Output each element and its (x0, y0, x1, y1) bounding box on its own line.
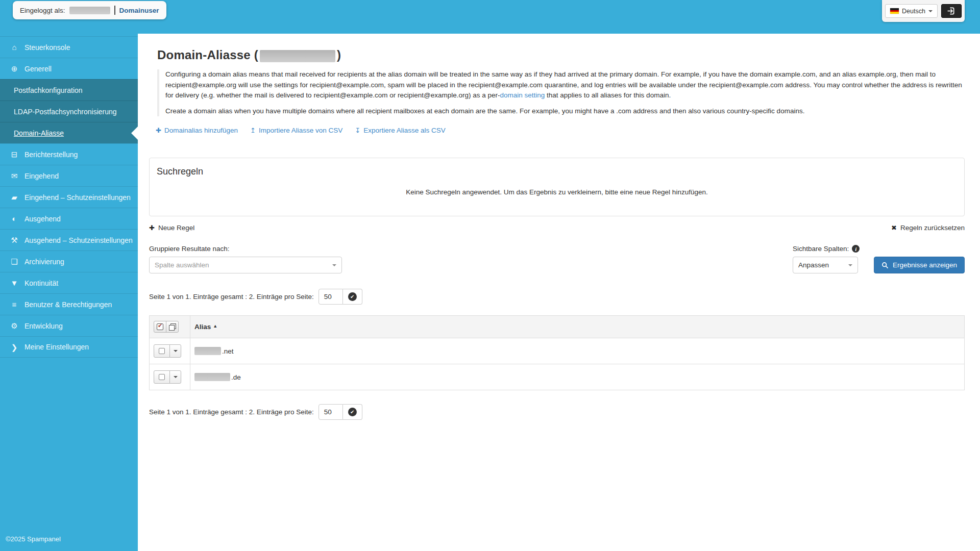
filter-icon: ▼ (9, 279, 19, 287)
sidebar-item-domain-aliasse[interactable]: Domain-Aliasse (0, 122, 138, 143)
customize-columns-select[interactable]: Anpassen (793, 257, 858, 273)
sidebar-item-label: Ausgehend – Schutzeinstellungen (24, 236, 133, 244)
new-rule-button[interactable]: ✚Neue Regel (149, 224, 194, 232)
sidebar-item-berichterstellung[interactable]: ⊟Berichterstellung (0, 143, 138, 165)
sidebar-item-label: Steuerkonsole (24, 43, 70, 52)
sidebar-item-kontinuit-t[interactable]: ▼Kontinuität (0, 272, 138, 293)
sidebar-item-ausgehend[interactable]: ◐Ausgehend (0, 208, 138, 229)
caret-down-icon (848, 264, 852, 266)
sidebar-item-label: Archivierung (24, 258, 64, 266)
copy-selection-icon (169, 323, 176, 331)
sidebar-item-eingehend[interactable]: ✉Eingehend (0, 165, 138, 186)
table-row: .net (150, 338, 965, 364)
row-checkbox-button[interactable] (154, 370, 170, 384)
language-selector[interactable]: Deutsch (885, 4, 938, 18)
sidebar-item-meine-einstellungen[interactable]: ❯Meine Einstellungen (0, 336, 138, 358)
apply-page-size-button[interactable] (343, 289, 362, 305)
folder-open-icon: ▰ (9, 193, 19, 201)
gear-icon: ⚙ (9, 322, 19, 330)
masked-alias (194, 373, 230, 381)
wrench-icon: ⚒ (9, 236, 19, 244)
logged-in-label: Eingeloggt als: (20, 7, 65, 14)
deselect-all-button[interactable] (166, 321, 179, 333)
importiere-aliasse-von-csv-link[interactable]: ↥Importiere Aliasse von CSV (250, 127, 342, 134)
show-results-button[interactable]: Ergebnisse anzeigen (874, 257, 965, 273)
sidebar-item-label: Eingehend (24, 172, 59, 180)
column-header-alias[interactable]: Alias▲ (190, 316, 965, 338)
page-title-suffix: ) (337, 48, 341, 62)
topbar-right: Deutsch (882, 0, 965, 22)
info-icon[interactable]: i (852, 245, 860, 253)
envelope-icon: ✉ (9, 172, 19, 180)
divider (114, 6, 115, 15)
select-all-button[interactable] (154, 321, 166, 333)
page-size-input[interactable] (318, 404, 343, 420)
pagination-text: Seite 1 von 1. Einträge gesamt : 2. Eint… (149, 408, 314, 416)
exportiere-aliasse-als-csv-link[interactable]: ↧Exportiere Aliasse als CSV (355, 127, 445, 134)
apply-page-size-button[interactable] (343, 404, 362, 420)
inbox-icon: ⊟ (9, 151, 19, 158)
reset-rules-button[interactable]: ✖Regeln zurücksetzen (891, 224, 965, 232)
caret-down-icon (174, 376, 178, 378)
sidebar-item-label: Generell (24, 65, 52, 73)
list-icon: ≡ (9, 300, 19, 308)
check-circle-icon (348, 408, 357, 416)
intro-paragraph-1: Configuring a domain alias means that ma… (165, 69, 965, 101)
plus-icon: ✚ (149, 224, 155, 231)
select-all-icon (157, 323, 163, 330)
chevron-right-icon: ❯ (9, 343, 19, 351)
domainalias-hinzuf-gen-link[interactable]: ✚Domainalias hinzufügen (156, 127, 238, 134)
visible-columns-control: Sichtbare Spalten: i Anpassen Ergebnisse… (793, 245, 965, 273)
logout-button[interactable] (941, 4, 962, 18)
sidebar-item-benutzer-berechtigungen[interactable]: ≡Benutzer & Berechtigungen (0, 293, 138, 315)
sidebar: ⌂Steuerkonsole⊕GenerellPostfachkonfigura… (0, 34, 138, 551)
sidebar-item-label: Domain-Aliasse (14, 129, 64, 137)
panel-title: Suchregeln (150, 158, 964, 177)
intro-text: Configuring a domain alias means that ma… (157, 69, 965, 116)
plus-icon: ✚ (156, 127, 161, 134)
pagination-text: Seite 1 von 1. Einträge gesamt : 2. Eint… (149, 293, 314, 300)
download-icon: ↧ (355, 127, 360, 134)
masked-alias (194, 347, 221, 355)
logout-icon (947, 7, 955, 15)
search-rules-panel: Suchregeln Keine Suchregeln angewendet. … (149, 158, 965, 216)
sidebar-item-label: Postfachkonfiguration (14, 86, 83, 94)
sidebar-item-label: LDAP-Postfachsynchronisierung (14, 108, 117, 116)
sidebar-item-ldap-postfachsynchronisierung[interactable]: LDAP-Postfachsynchronisierung (0, 101, 138, 122)
sidebar-item-generell[interactable]: ⊕Generell (0, 58, 138, 79)
sidebar-item-label: Meine Einstellungen (24, 343, 89, 351)
row-checkbox-button[interactable] (154, 344, 170, 358)
alias-table: Alias▲ .net.de (149, 315, 965, 390)
check-circle-icon (348, 292, 357, 301)
sidebar-item-eingehend-schutzeinstellungen[interactable]: ▰Eingehend – Schutzeinstellungen (0, 186, 138, 208)
active-item-marker (131, 127, 138, 140)
sidebar-item-ausgehend-schutzeinstellungen[interactable]: ⚒Ausgehend – Schutzeinstellungen (0, 229, 138, 251)
checkbox-icon (159, 374, 165, 380)
pagination-top: Seite 1 von 1. Einträge gesamt : 2. Eint… (149, 289, 965, 305)
sidebar-item-postfachkonfiguration[interactable]: Postfachkonfiguration (0, 79, 138, 101)
pagination-bottom: Seite 1 von 1. Einträge gesamt : 2. Eint… (149, 404, 965, 420)
sidebar-item-archivierung[interactable]: ❏Archivierung (0, 251, 138, 272)
row-actions-dropdown[interactable] (169, 344, 181, 358)
sidebar-item-label: Berichterstellung (24, 151, 78, 159)
sidebar-item-label: Entwicklung (24, 322, 63, 330)
search-icon (881, 262, 889, 269)
adjust-icon: ◐ (9, 215, 19, 222)
page-size-input[interactable] (318, 289, 343, 305)
domain-setting-link[interactable]: domain setting (500, 91, 545, 99)
sidebar-item-label: Eingehend – Schutzeinstellungen (24, 193, 131, 202)
sidebar-item-label: Kontinuität (24, 279, 58, 287)
sidebar-item-steuerkonsole[interactable]: ⌂Steuerkonsole (0, 36, 138, 58)
page-title-prefix: Domain-Aliasse ( (157, 48, 258, 62)
actions-row: ✚Domainalias hinzufügen↥Importiere Alias… (156, 127, 965, 134)
masked-domain (260, 50, 335, 62)
row-actions-dropdown[interactable] (169, 370, 181, 384)
table-row: .de (150, 364, 965, 390)
group-by-placeholder: Spalte auswählen (155, 261, 209, 269)
sidebar-item-entwicklung[interactable]: ⚙Entwicklung (0, 315, 138, 336)
group-by-label: Gruppiere Resultate nach: (149, 245, 342, 253)
home-icon: ⌂ (9, 43, 19, 51)
table-header-row: Alias▲ (150, 316, 965, 338)
group-by-select[interactable]: Spalte auswählen (149, 257, 342, 273)
customize-value: Anpassen (798, 261, 829, 269)
